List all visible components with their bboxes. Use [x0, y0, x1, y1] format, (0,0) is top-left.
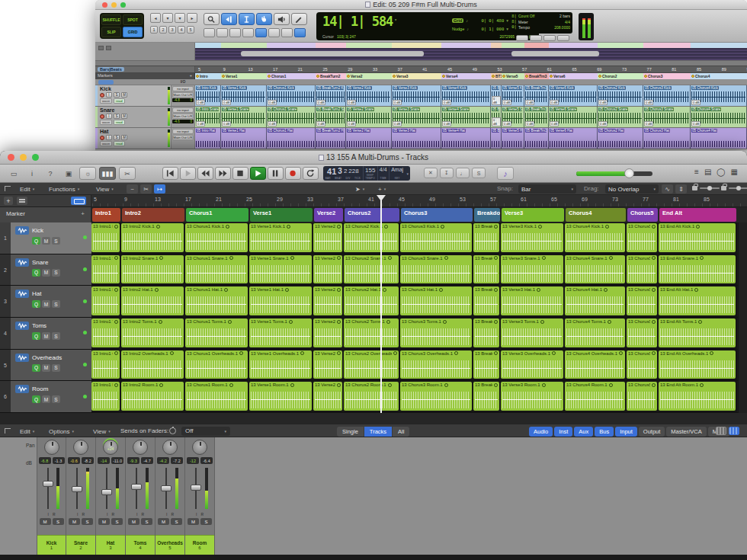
- record-button[interactable]: [285, 167, 301, 180]
- playhead-pin[interactable]: [377, 195, 386, 201]
- lg-track-header[interactable]: OverheadsQMS: [11, 350, 91, 381]
- audio-region[interactable]: 13 Chorus5 Kick.1: [627, 223, 657, 252]
- audio-clip[interactable]: 05 BreakTrn3 Hat: [524, 128, 549, 149]
- audio-region[interactable]: 13 End Alt Toms.1: [659, 318, 736, 347]
- channel-name-plate[interactable]: Hat3: [96, 535, 125, 555]
- zoom-preset-5-button[interactable]: 5: [187, 26, 194, 34]
- pan-knob[interactable]: [73, 440, 88, 455]
- lg-bars-ruler[interactable]: 5913172125293337414549535761656973778185: [92, 195, 747, 206]
- track-view-selector[interactable]: wave: [100, 98, 112, 104]
- automation-icon[interactable]: ~: [127, 184, 138, 194]
- record-enable-button[interactable]: [100, 136, 104, 140]
- mute-button[interactable]: M: [42, 269, 50, 277]
- track-s-button[interactable]: S: [114, 92, 120, 98]
- punch-in-icon[interactable]: ↧: [440, 168, 454, 178]
- lg-marker[interactable]: Verse1: [250, 208, 313, 222]
- solo-button[interactable]: S: [53, 518, 64, 525]
- view-menu[interactable]: View▾: [96, 184, 114, 194]
- grid-label[interactable]: Grid: [452, 18, 463, 23]
- lg-marker[interactable]: Chorus5: [627, 208, 658, 222]
- control-surfaces-icon[interactable]: ▭: [6, 168, 21, 180]
- cycle-button[interactable]: [303, 167, 319, 180]
- pt-marker[interactable]: Verse1: [221, 73, 267, 79]
- pt-marker[interactable]: Verse2: [346, 73, 392, 79]
- audio-region[interactable]: 13 End Alt Snare.1: [659, 255, 736, 284]
- audio-region[interactable]: 13 Chorus3 Overheads.1: [400, 350, 472, 379]
- track-i-button[interactable]: I: [106, 114, 112, 119]
- snap-select[interactable]: Bar▾: [518, 184, 576, 194]
- channel-name-plate[interactable]: Snare2: [66, 535, 95, 555]
- quantize-button[interactable]: Q: [32, 237, 40, 245]
- pan-knob[interactable]: [44, 440, 59, 455]
- metronome-button[interactable]: [516, 35, 528, 41]
- mixer-edit-menu[interactable]: Edit▾: [20, 427, 34, 436]
- lg-marker-lane[interactable]: Intro1Intro2Chorus1Verse1Verse2Chorus2Ch…: [92, 207, 738, 222]
- audio-region[interactable]: 13 Chorus5 Overheads.1: [627, 350, 657, 379]
- audio-region[interactable]: 13 Chorus4 Snare.1: [565, 255, 625, 284]
- track-alternatives-icon[interactable]: [71, 197, 86, 205]
- solo-button[interactable]: S: [82, 518, 93, 525]
- input-selector[interactable]: no input: [172, 86, 194, 91]
- pt-mode-shuffle[interactable]: SHUFFLE: [101, 14, 121, 25]
- fader-level-readout[interactable]: -11.0: [111, 457, 123, 464]
- audio-clip[interactable]: 05 Verse6 Snare0 dB: [549, 107, 598, 127]
- grabber-tool-button[interactable]: [256, 13, 272, 25]
- lg-marker[interactable]: Verse3: [502, 208, 564, 222]
- audio-clip[interactable]: 05 Verse5 Snare0 dB: [502, 107, 524, 127]
- audio-region[interactable]: 13 Chorus5 Room.1: [627, 382, 657, 411]
- channel-fader[interactable]: [185, 466, 214, 511]
- audio-region[interactable]: 13 Chorus3 Toms.1: [400, 318, 472, 347]
- audio-clip[interactable]: 05 Chorus3 Kick0 dB: [643, 85, 691, 106]
- overview-scroll-bar[interactable]: [511, 51, 599, 56]
- mute-button[interactable]: M: [128, 518, 139, 525]
- audio-region[interactable]: 13 Chorus5 Hat.1: [627, 286, 657, 315]
- audio-region[interactable]: 13 Chorus4 Overheads.1: [565, 350, 625, 379]
- functions-menu[interactable]: Functions▾: [49, 184, 79, 194]
- pan-knob[interactable]: [162, 440, 178, 455]
- track-i-button[interactable]: I: [106, 135, 112, 140]
- output-selector[interactable]: Main Out L/R: [172, 92, 194, 98]
- solo-button[interactable]: S: [141, 518, 152, 525]
- scope-all-button[interactable]: All: [393, 427, 409, 437]
- audio-region[interactable]: 13 Verse2 Toms.1: [313, 318, 342, 347]
- waveform-zoom-icon[interactable]: ▾: [162, 13, 173, 23]
- audio-region[interactable]: 13 End Alt Overheads.1: [659, 350, 736, 379]
- lg-marker[interactable]: Chorus1: [186, 208, 248, 222]
- pt-marker[interactable]: Chorus3: [643, 73, 691, 79]
- audio-region[interactable]: 13 Intro2 Hat.1: [121, 286, 184, 315]
- pt-mode-slip[interactable]: SLIP: [101, 27, 121, 37]
- audio-region[interactable]: 13 Verse1 Snare.1: [249, 255, 312, 284]
- pane-divider[interactable]: [0, 413, 747, 424]
- lg-track-header[interactable]: SnareQMS: [11, 254, 91, 286]
- sends-on-faders-select[interactable]: Off▾: [181, 427, 230, 436]
- channel-fader[interactable]: [96, 466, 125, 511]
- solo-button[interactable]: S: [52, 269, 60, 277]
- pt-marker[interactable]: BT1: [491, 73, 502, 79]
- loop-browser-icon[interactable]: ◯: [717, 168, 725, 176]
- track-s-button[interactable]: S: [114, 135, 120, 140]
- pt-edit-option-1-button[interactable]: [204, 28, 215, 37]
- lg-lcd-display[interactable]: 41 3 2 228 BARBEATDIVTICK 155 KEEPTEMPO …: [323, 166, 410, 181]
- audio-region[interactable]: 13 Chorus2 Hat.1: [344, 286, 399, 315]
- pt-marker[interactable]: Verse4: [441, 73, 491, 79]
- automation-mode-selector[interactable]: read: [114, 98, 125, 104]
- audio-clip[interactable]: 05 Verse6 Kick0 dB: [549, 85, 598, 106]
- add-marker-icon[interactable]: +: [190, 73, 192, 78]
- count-off-label[interactable]: Count Off: [518, 14, 534, 20]
- solo-button[interactable]: S: [52, 395, 60, 403]
- chevron-down-icon[interactable]: ▾: [506, 27, 508, 31]
- track-view-selector[interactable]: wave: [100, 141, 112, 146]
- pt-marker[interactable]: Chorus2: [598, 73, 643, 79]
- vertical-scrollbar[interactable]: [738, 222, 747, 413]
- mute-button[interactable]: M: [42, 300, 50, 308]
- lg-marker[interactable]: Chorus3: [401, 208, 473, 222]
- input-monitor-button[interactable]: I: [196, 512, 197, 517]
- pan-knob[interactable]: +24: [103, 440, 118, 455]
- automation-mode-selector[interactable]: read: [114, 120, 125, 125]
- input-selector[interactable]: no input: [172, 129, 194, 134]
- pan-knob[interactable]: [133, 440, 148, 455]
- lg-titlebar[interactable]: 13 155 A Multi-Drums - Tracks: [0, 151, 747, 165]
- audio-region[interactable]: 13 Chorus1 Toms.1: [185, 318, 248, 347]
- record-enable-button[interactable]: R: [141, 512, 144, 517]
- lg-marker[interactable]: Intro1: [92, 208, 120, 222]
